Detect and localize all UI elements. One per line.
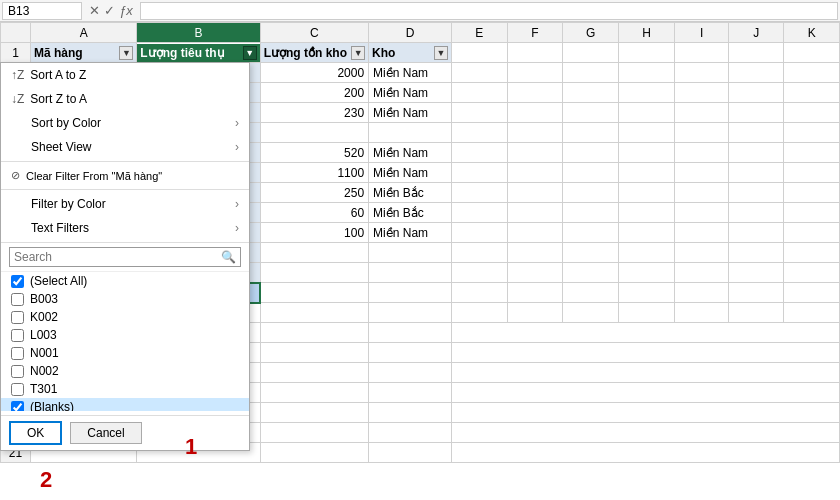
checkbox-N001[interactable]: N001: [1, 344, 249, 362]
checkbox-B003[interactable]: B003: [1, 290, 249, 308]
cell-C9[interactable]: 60: [260, 203, 368, 223]
cell-C10[interactable]: 100: [260, 223, 368, 243]
cell-D4[interactable]: Miền Nam: [369, 103, 452, 123]
checkbox-K002[interactable]: K002: [1, 308, 249, 326]
cell-D6[interactable]: Miền Nam: [369, 143, 452, 163]
filter-dropdown-C[interactable]: ▼: [351, 46, 365, 60]
sort-za-item[interactable]: ↓Z Sort Z to A: [1, 87, 249, 111]
col-header-G[interactable]: G: [563, 23, 619, 43]
checkbox-blanks-input[interactable]: [11, 401, 24, 412]
cell-C12: [260, 263, 368, 283]
cell-H4: [619, 103, 675, 123]
clear-filter-item[interactable]: ⊘ Clear Filter From "Mã hàng": [1, 164, 249, 187]
cell-D3[interactable]: Miền Nam: [369, 83, 452, 103]
cell-reference[interactable]: B13: [2, 2, 82, 20]
cell-J12: [729, 263, 784, 283]
sort-by-color-item[interactable]: Sort by Color ›: [1, 111, 249, 135]
formula-input[interactable]: [140, 2, 838, 20]
checkbox-L003-input[interactable]: [11, 329, 24, 342]
cell-G9: [563, 203, 619, 223]
cell-K11: [784, 243, 840, 263]
col-header-I[interactable]: I: [674, 23, 728, 43]
header-cell-B[interactable]: Lượng tiêu thụ ▼: [137, 43, 260, 63]
filter-dropdown-D[interactable]: ▼: [434, 46, 448, 60]
sheet-view-item[interactable]: Sheet View ›: [1, 135, 249, 159]
cell-E11: [452, 243, 508, 263]
cell-D11: [369, 243, 452, 263]
checkbox-N002[interactable]: N002: [1, 362, 249, 380]
cell-E12: [452, 263, 508, 283]
cell-E7: [452, 163, 508, 183]
col-header-D[interactable]: D: [369, 23, 452, 43]
cell-C6[interactable]: 520: [260, 143, 368, 163]
cancel-icon[interactable]: ✕: [89, 3, 100, 18]
text-filters-item[interactable]: Text Filters ›: [1, 216, 249, 240]
cell-I4: [674, 103, 728, 123]
checkbox-select-all[interactable]: (Select All): [1, 272, 249, 290]
cell-C16: [260, 343, 368, 363]
cell-G7: [563, 163, 619, 183]
col-header-F[interactable]: F: [507, 23, 562, 43]
cell-K13: [784, 283, 840, 303]
cell-C8[interactable]: 250: [260, 183, 368, 203]
checkbox-L003[interactable]: L003: [1, 326, 249, 344]
cell-D17: [369, 363, 452, 383]
cell-J1: [729, 43, 784, 63]
header-cell-C[interactable]: Lượng tồn kho ▼: [260, 43, 368, 63]
col-header-K[interactable]: K: [784, 23, 840, 43]
cell-E13: [452, 283, 508, 303]
cell-C4[interactable]: 230: [260, 103, 368, 123]
cell-C21: [260, 443, 368, 463]
checkbox-select-all-label: (Select All): [30, 274, 87, 288]
empty-row-17: [452, 363, 840, 383]
cell-J10: [729, 223, 784, 243]
checkbox-N002-input[interactable]: [11, 365, 24, 378]
cell-K2: [784, 63, 840, 83]
cell-F11: [507, 243, 562, 263]
filter-dropdown-A[interactable]: ▼: [119, 46, 133, 60]
checkbox-B003-input[interactable]: [11, 293, 24, 306]
checkbox-K002-input[interactable]: [11, 311, 24, 324]
header-cell-D[interactable]: Kho ▼: [369, 43, 452, 63]
checkbox-blanks-label: (Blanks): [30, 400, 74, 411]
filter-by-color-item[interactable]: Filter by Color ›: [1, 192, 249, 216]
col-header-E[interactable]: E: [452, 23, 508, 43]
cell-D14: [369, 303, 452, 323]
cell-I10: [674, 223, 728, 243]
cell-J8: [729, 183, 784, 203]
cell-C2[interactable]: 2000: [260, 63, 368, 83]
cell-G2: [563, 63, 619, 83]
checkbox-N001-input[interactable]: [11, 347, 24, 360]
checkbox-T301-input[interactable]: [11, 383, 24, 396]
cell-D8[interactable]: Miền Bắc: [369, 183, 452, 203]
ok-button[interactable]: OK: [9, 421, 62, 445]
checkbox-T301[interactable]: T301: [1, 380, 249, 398]
checkbox-T301-label: T301: [30, 382, 57, 396]
cell-D7[interactable]: Miền Nam: [369, 163, 452, 183]
checkbox-blanks[interactable]: (Blanks): [1, 398, 249, 411]
cell-D10[interactable]: Miền Nam: [369, 223, 452, 243]
header-cell-A[interactable]: Mã hàng ▼: [31, 43, 137, 63]
cell-I3: [674, 83, 728, 103]
confirm-icon[interactable]: ✓: [104, 3, 115, 18]
cell-D9[interactable]: Miền Bắc: [369, 203, 452, 223]
col-header-C[interactable]: C: [260, 23, 368, 43]
cancel-button[interactable]: Cancel: [70, 422, 141, 444]
function-icon[interactable]: ƒx: [119, 3, 133, 18]
filter-dropdown-B[interactable]: ▼: [243, 46, 257, 60]
empty-row-16: [452, 343, 840, 363]
checkbox-select-all-input[interactable]: [11, 275, 24, 288]
col-header-A[interactable]: A: [31, 23, 137, 43]
cell-D12: [369, 263, 452, 283]
cell-C3[interactable]: 200: [260, 83, 368, 103]
col-header-H[interactable]: H: [619, 23, 675, 43]
button-area: OK Cancel: [1, 415, 249, 450]
cell-C7[interactable]: 1100: [260, 163, 368, 183]
column-header-row: A B C D E F G H I J K: [1, 23, 840, 43]
search-input[interactable]: [14, 250, 221, 264]
cell-D2[interactable]: Miền Nam: [369, 63, 452, 83]
cell-H14: [619, 303, 675, 323]
sort-az-item[interactable]: ↑Z Sort A to Z: [1, 63, 249, 87]
col-header-B[interactable]: B: [137, 23, 260, 43]
col-header-J[interactable]: J: [729, 23, 784, 43]
